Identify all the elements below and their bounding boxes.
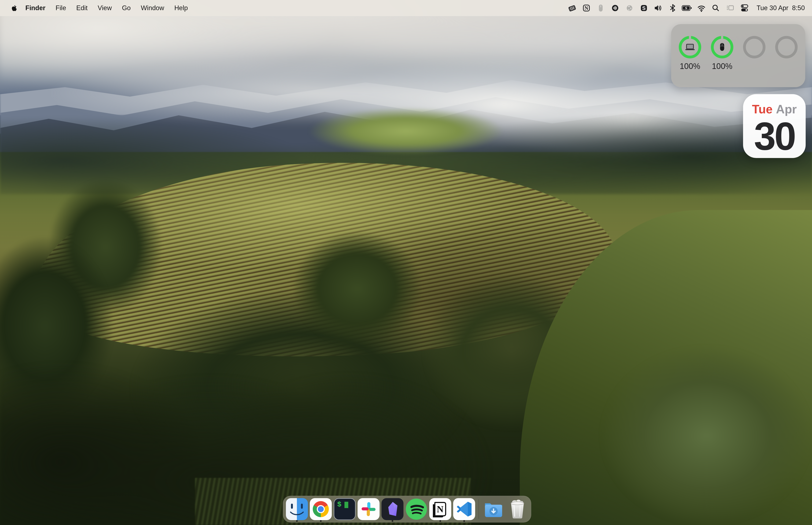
downloads-folder-icon: [482, 498, 505, 520]
battery-charging-icon[interactable]: [681, 3, 693, 13]
battery-ring-mouse: [711, 36, 733, 58]
calendar-widget[interactable]: Tue Apr 30: [743, 94, 806, 158]
running-indicator: [463, 520, 465, 522]
active-app-name[interactable]: Finder: [20, 4, 50, 12]
running-indicator: [320, 520, 322, 522]
spotlight-icon[interactable]: [710, 3, 722, 13]
terminal-icon: $: [334, 498, 356, 520]
battery-ring-empty: [743, 36, 765, 58]
mouse-icon: [714, 39, 731, 56]
chrome-icon: [310, 498, 332, 520]
audio-waveform-icon[interactable]: [609, 3, 621, 13]
dock-item-terminal[interactable]: $: [333, 496, 356, 523]
keystroke-overlay-icon[interactable]: [566, 3, 578, 13]
battery-widget[interactable]: 100% 100%: [671, 24, 805, 87]
dock-item-trash[interactable]: [505, 496, 529, 523]
dock-item-vscode[interactable]: [452, 496, 476, 523]
slack-icon: [357, 498, 380, 520]
battery-ring-laptop: [679, 36, 701, 58]
dock-item-finder[interactable]: [285, 496, 309, 523]
dock: $: [283, 496, 531, 523]
svg-text:N: N: [584, 5, 588, 11]
menu-edit[interactable]: Edit: [71, 4, 93, 12]
dock-separator: [478, 499, 479, 519]
wifi-icon[interactable]: [695, 3, 707, 13]
dock-item-chrome[interactable]: [309, 496, 333, 523]
trash-full-icon: [506, 498, 528, 520]
running-indicator: [440, 520, 441, 522]
battery-ring-empty: [775, 36, 798, 58]
dock-item-obsidian[interactable]: [380, 496, 404, 523]
mouse-battery-percent: 100%: [711, 62, 733, 71]
laptop-battery-percent: 100%: [679, 62, 701, 71]
menu-window[interactable]: Window: [136, 4, 169, 12]
menu-bar-clock[interactable]: Tue 30 Apr 8:50: [756, 4, 805, 12]
wallpaper-right-grass: [601, 346, 812, 525]
menu-file[interactable]: File: [50, 4, 71, 12]
apple-menu-icon[interactable]: [11, 4, 17, 12]
dock-item-downloads[interactable]: [481, 496, 505, 523]
menu-view[interactable]: View: [93, 4, 117, 12]
calendar-day-number: 30: [754, 117, 795, 156]
volume-icon[interactable]: [652, 3, 664, 13]
dock-item-notion[interactable]: N: [428, 496, 452, 523]
vscode-icon: [453, 498, 475, 520]
running-indicator: [296, 520, 298, 522]
finder-icon: [286, 498, 308, 520]
menu-help[interactable]: Help: [169, 4, 193, 12]
menu-go[interactable]: Go: [117, 4, 136, 12]
mouse-battery-icon[interactable]: [595, 3, 607, 13]
dock-item-spotify[interactable]: [404, 496, 428, 523]
screen-mirroring-icon[interactable]: [724, 3, 736, 13]
notion-status-icon[interactable]: N: [580, 3, 593, 13]
globe-icon[interactable]: [623, 3, 635, 13]
dock-item-slack[interactable]: [356, 496, 380, 523]
bluetooth-icon[interactable]: [667, 3, 679, 13]
running-indicator: [392, 520, 393, 522]
laptop-icon: [681, 39, 699, 56]
wallpaper-sunlit-hill: [308, 108, 504, 155]
menu-bar: Finder File Edit View Go Window Help: [0, 0, 812, 16]
spotify-icon: [405, 498, 427, 520]
control-center-icon[interactable]: [738, 3, 751, 13]
s-app-icon[interactable]: S: [638, 3, 650, 13]
notion-icon: N: [429, 498, 451, 520]
desktop: Finder File Edit View Go Window Help: [0, 0, 812, 525]
svg-text:S: S: [642, 5, 646, 11]
obsidian-icon: [382, 498, 403, 520]
